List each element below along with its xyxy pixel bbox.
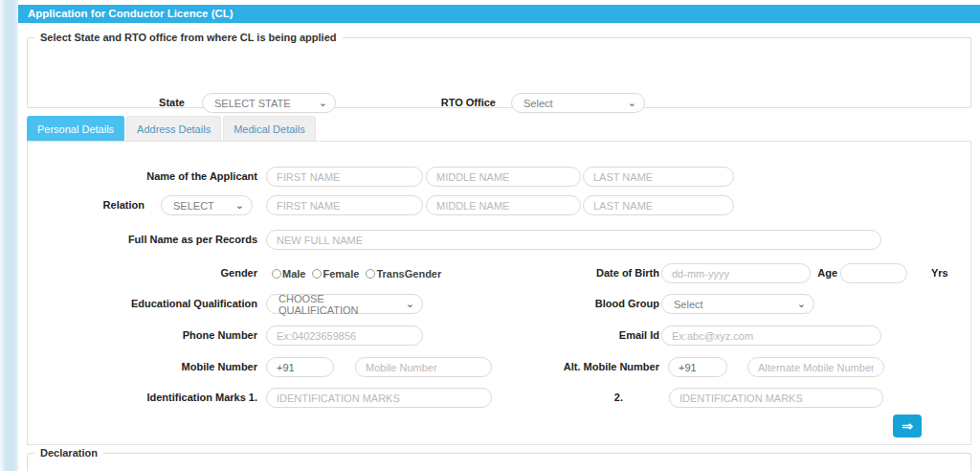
relation-label: Relation <box>39 195 145 215</box>
rto-office-select-value: Select <box>523 98 553 109</box>
personal-details-panel: Name of the Applicant Relation SELECT ⌄ … <box>27 141 971 445</box>
phone-input[interactable] <box>266 325 423 346</box>
tab-address-details[interactable]: Address Details <box>126 116 221 141</box>
mobile-country-code-input[interactable] <box>266 357 334 377</box>
gender-radio-female[interactable]: Female <box>312 268 359 280</box>
rto-office-select[interactable]: Select ⌄ <box>511 93 645 113</box>
gender-radio-group: Male Female TransGender <box>272 263 441 283</box>
education-label: Educational Qualification <box>39 294 257 314</box>
id-marks-2-input[interactable] <box>669 388 883 408</box>
gender-option-label: TransGender <box>376 268 441 280</box>
mobile-label: Mobile Number <box>39 357 257 377</box>
tab-personal-details[interactable]: Personal Details <box>27 116 124 141</box>
chevron-down-icon: ⌄ <box>235 200 244 211</box>
relation-select-value: SELECT <box>173 200 214 212</box>
alt-mobile-label: Alt. Mobile Number <box>506 357 659 377</box>
full-name-label: Full Name as per Records <box>39 230 257 250</box>
state-rto-section: Select State and RTO office from where C… <box>27 32 971 108</box>
full-name-input[interactable] <box>266 230 881 250</box>
education-select-value: CHOOSE QUALIFICATION <box>278 293 400 316</box>
alt-mobile-country-code-input[interactable] <box>668 357 727 377</box>
arrow-right-icon: ⇒ <box>902 418 913 434</box>
relation-first-name-input[interactable] <box>266 195 423 215</box>
state-label: State <box>97 93 185 113</box>
chevron-down-icon: ⌄ <box>406 299 414 309</box>
alt-mobile-number-input[interactable] <box>747 357 884 377</box>
radio-icon <box>272 269 281 279</box>
relation-last-name-input[interactable] <box>583 195 734 215</box>
id-marks-1-input[interactable] <box>266 388 492 408</box>
chevron-down-icon: ⌄ <box>319 98 327 108</box>
age-label: Age <box>774 263 837 283</box>
relation-select[interactable]: SELECT ⌄ <box>161 195 253 215</box>
dob-label: Date of Birth <box>506 263 659 283</box>
blood-group-select[interactable]: Select ⌄ <box>661 294 814 314</box>
id-marks-1-label: Identification Marks 1. <box>39 388 257 408</box>
chevron-down-icon: ⌄ <box>797 299 806 309</box>
state-rto-legend: Select State and RTO office from where C… <box>34 32 343 43</box>
chevron-down-icon: ⌄ <box>628 98 636 108</box>
gender-radio-male[interactable]: Male <box>272 268 305 280</box>
applicant-last-name-input[interactable] <box>583 167 734 187</box>
state-select[interactable]: SELECT STATE ⌄ <box>202 93 336 113</box>
radio-icon <box>366 269 375 279</box>
tab-medical-details[interactable]: Medical Details <box>223 116 316 141</box>
page-left-margin <box>0 0 18 471</box>
details-tabs: Personal Details Address Details Medical… <box>27 116 316 141</box>
education-select[interactable]: CHOOSE QUALIFICATION ⌄ <box>266 294 423 314</box>
blood-group-label: Blood Group <box>506 294 659 314</box>
declaration-section: Declaration <box>27 447 971 471</box>
page-title-bar: Application for Conductor Licence (CL) <box>18 5 980 23</box>
gender-option-label: Male <box>282 268 305 280</box>
mobile-number-input[interactable] <box>355 357 492 377</box>
gender-option-label: Female <box>323 268 359 280</box>
gender-radio-transgender[interactable]: TransGender <box>366 268 441 280</box>
gender-label: Gender <box>39 263 257 283</box>
phone-label: Phone Number <box>39 325 257 346</box>
declaration-legend: Declaration <box>34 447 103 459</box>
applicant-middle-name-input[interactable] <box>426 167 581 187</box>
id-marks-2-label: 2. <box>592 388 623 408</box>
relation-middle-name-input[interactable] <box>426 195 581 215</box>
state-select-value: SELECT STATE <box>214 98 290 109</box>
email-input[interactable] <box>661 325 881 346</box>
applicant-first-name-input[interactable] <box>266 167 423 187</box>
rto-office-label: RTO Office <box>422 93 496 113</box>
email-label: Email Id <box>506 325 659 346</box>
next-step-button[interactable]: ⇒ <box>893 415 922 437</box>
radio-icon <box>312 269 322 279</box>
page-title: Application for Conductor Licence (CL) <box>28 8 234 19</box>
age-unit-label: Yrs <box>931 263 969 283</box>
age-input[interactable] <box>840 263 907 283</box>
page: Application for Conductor Licence (CL) S… <box>0 0 980 471</box>
applicant-name-label: Name of the Applicant <box>39 167 257 187</box>
blood-group-select-value: Select <box>674 299 703 310</box>
